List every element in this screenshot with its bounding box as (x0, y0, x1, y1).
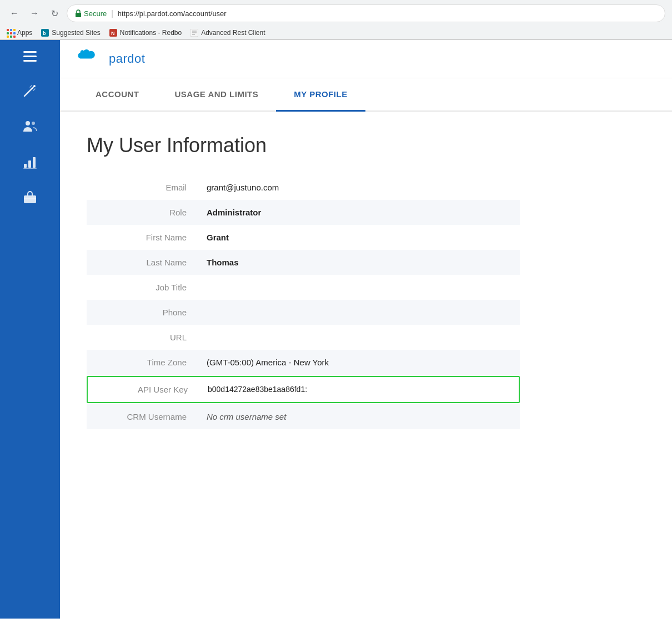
field-label: API User Key (88, 377, 199, 402)
svg-text:b: b (43, 31, 46, 36)
back-button[interactable]: ← (7, 6, 22, 21)
bookmark-notifications[interactable]: N Notifications - Redbo (109, 29, 182, 37)
bookmark-suggested-label: Suggested Sites (52, 29, 100, 37)
svg-point-14 (26, 121, 30, 125)
sidebar-item-tools[interactable] (0, 179, 60, 215)
chart-icon (22, 154, 38, 169)
field-value: (GMT-05:00) America - New York (198, 350, 520, 375)
svg-rect-16 (24, 164, 27, 168)
field-label: First Name (87, 225, 198, 250)
tab-account[interactable]: ACCOUNT (78, 78, 157, 112)
browser-chrome: ← → ↻ Secure | https://pi.pardot.com/acc… (0, 0, 672, 40)
briefcase-icon (22, 189, 38, 205)
svg-point-11 (33, 85, 36, 87)
field-value (198, 300, 520, 325)
field-label: Time Zone (87, 350, 198, 375)
sidebar-toggle[interactable] (0, 40, 60, 73)
field-value: grant@justuno.com (198, 175, 520, 200)
table-row: CRM UsernameNo crm username set (87, 404, 520, 429)
secure-badge: Secure (75, 9, 107, 18)
table-row: Phone (87, 300, 520, 325)
refresh-button[interactable]: ↻ (47, 6, 62, 21)
bookmark-apps[interactable]: Apps (7, 29, 32, 37)
field-value: b00d14272ae83be1aa86fd1: (199, 377, 519, 402)
field-label: CRM Username (87, 404, 198, 429)
field-value: No crm username set (198, 404, 520, 429)
users-icon (22, 118, 38, 134)
table-row: Emailgrant@justuno.com (87, 175, 520, 200)
logo-area: pardot (78, 49, 145, 69)
bookmarks-bar: Apps b Suggested Sites N Notifications -… (0, 27, 672, 39)
sidebar-item-users[interactable] (0, 108, 60, 144)
table-row: Job Title (87, 275, 520, 300)
field-label: Job Title (87, 275, 198, 300)
svg-rect-18 (33, 157, 36, 168)
svg-rect-20 (24, 195, 36, 203)
tabs-bar: ACCOUNT USAGE AND LIMITS MY PROFILE (60, 78, 672, 112)
svg-point-15 (32, 122, 35, 125)
sidebar (0, 40, 60, 619)
bing-icon: b (41, 29, 49, 37)
table-row: First NameGrant (87, 225, 520, 250)
main-content: pardot ACCOUNT USAGE AND LIMITS MY PROFI… (60, 40, 672, 619)
url-text: https://pi.pardot.com/account/user (118, 9, 657, 18)
wand-icon (22, 83, 38, 98)
sidebar-item-campaigns[interactable] (0, 73, 60, 108)
field-label: Email (87, 175, 198, 200)
field-value (198, 325, 520, 350)
bookmark-apps-label: Apps (17, 29, 32, 37)
browser-toolbar: ← → ↻ Secure | https://pi.pardot.com/acc… (0, 0, 672, 27)
svg-text:N: N (111, 31, 115, 36)
svg-rect-0 (76, 13, 81, 17)
forward-button[interactable]: → (27, 6, 42, 21)
table-row: Last NameThomas (87, 250, 520, 275)
brand-name: pardot (109, 52, 145, 66)
url-separator: | (111, 9, 113, 18)
table-row: RoleAdministrator (87, 200, 520, 225)
page-title: My User Information (87, 134, 645, 157)
svg-line-12 (33, 89, 35, 91)
field-value (198, 275, 520, 300)
bookmark-notifications-label: Notifications - Redbo (120, 29, 182, 37)
tab-usage[interactable]: USAGE AND LIMITS (157, 78, 277, 112)
field-label: Last Name (87, 250, 198, 275)
bookmark-suggested[interactable]: b Suggested Sites (41, 29, 100, 37)
field-label: Role (87, 200, 198, 225)
secure-label: Secure (84, 9, 107, 18)
doc-icon (190, 29, 198, 37)
app-header: pardot (60, 40, 672, 78)
field-value: Grant (198, 225, 520, 250)
app-container: pardot ACCOUNT USAGE AND LIMITS MY PROFI… (0, 40, 672, 619)
svg-line-13 (30, 86, 32, 87)
hamburger-icon (23, 51, 37, 62)
svg-rect-19 (23, 168, 37, 169)
field-label: URL (87, 325, 198, 350)
bookmark-rest-client[interactable]: Advanced Rest Client (190, 29, 265, 37)
user-info-table: Emailgrant@justuno.comRoleAdministratorF… (87, 175, 520, 429)
field-value: Thomas (198, 250, 520, 275)
apps-grid-icon (7, 29, 14, 37)
bookmark-rest-client-label: Advanced Rest Client (201, 29, 265, 37)
field-label: Phone (87, 300, 198, 325)
address-bar[interactable]: Secure | https://pi.pardot.com/account/u… (67, 4, 665, 22)
svg-line-9 (24, 88, 32, 96)
field-value: Administrator (198, 200, 520, 225)
tab-profile[interactable]: MY PROFILE (276, 78, 365, 112)
notification-icon: N (109, 29, 117, 37)
salesforce-logo (78, 49, 104, 69)
svg-rect-17 (28, 160, 31, 168)
content-area: My User Information Emailgrant@justuno.c… (60, 112, 672, 619)
table-row: URL (87, 325, 520, 350)
table-row: Time Zone(GMT-05:00) America - New York (87, 350, 520, 375)
lock-icon (75, 9, 82, 17)
sidebar-item-analytics[interactable] (0, 144, 60, 179)
table-row: API User Keyb00d14272ae83be1aa86fd1: (87, 376, 520, 403)
